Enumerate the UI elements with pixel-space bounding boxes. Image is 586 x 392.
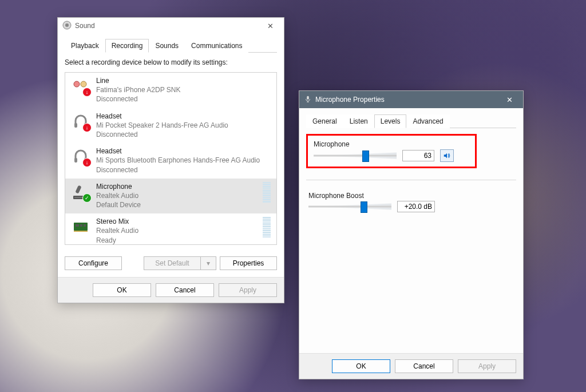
- svg-rect-8: [74, 158, 77, 163]
- device-description: Mi Sports Bluetooth Earphones Hands-Free…: [96, 156, 271, 165]
- device-row[interactable]: ↓LineFatima's iPhone A2DP SNKDisconnecte…: [65, 73, 276, 108]
- close-icon[interactable]: ✕: [498, 92, 521, 108]
- svg-marker-21: [444, 153, 447, 159]
- tab-listen[interactable]: Listen: [343, 114, 374, 128]
- device-text: Stereo MixRealtek AudioReady: [96, 217, 254, 245]
- close-icon[interactable]: ✕: [259, 18, 282, 34]
- microphone-icon: [304, 95, 312, 105]
- svg-rect-15: [80, 224, 82, 227]
- device-name: Microphone: [96, 182, 254, 191]
- microphone-level-slider[interactable]: [314, 150, 397, 161]
- line-icon: ↓: [71, 76, 90, 96]
- sound-dialog-buttons: OK Cancel Apply: [58, 277, 284, 303]
- microphone-properties-dialog: Microphone Properties ✕ General Listen L…: [299, 90, 524, 379]
- svg-rect-14: [76, 224, 79, 227]
- device-description: Realtek Audio: [96, 191, 254, 200]
- down-arrow-badge-icon: ↓: [82, 88, 92, 97]
- tab-playback[interactable]: Playback: [65, 39, 105, 53]
- device-name: Stereo Mix: [96, 217, 254, 226]
- device-name: Headset: [96, 146, 271, 156]
- microphone-boost-label: Microphone Boost: [308, 192, 503, 200]
- sound-tabstrip: Playback Recording Sounds Communications: [65, 38, 277, 53]
- svg-rect-4: [74, 83, 79, 85]
- mic-tabstrip: General Listen Levels Advanced: [306, 114, 516, 128]
- device-row[interactable]: ✓MicrophoneRealtek AudioDefault Device: [65, 179, 276, 214]
- set-default-splitbutton: Set Default ▾: [144, 256, 216, 270]
- svg-rect-6: [74, 123, 77, 128]
- apply-button: Apply: [458, 359, 516, 373]
- level-meter: [263, 182, 271, 203]
- tab-sounds[interactable]: Sounds: [149, 39, 185, 53]
- device-text: MicrophoneRealtek AudioDefault Device: [96, 182, 254, 210]
- tab-advanced[interactable]: Advanced: [406, 114, 449, 128]
- speaker-icon: [62, 21, 72, 31]
- device-status: Disconnected: [96, 94, 271, 104]
- down-arrow-badge-icon: ↓: [82, 158, 92, 167]
- microphone-boost-slider[interactable]: [308, 201, 391, 212]
- svg-rect-16: [84, 224, 86, 227]
- chevron-down-icon: ▾: [207, 259, 210, 267]
- device-description: Realtek Audio: [96, 226, 254, 235]
- device-name: Line: [96, 76, 271, 85]
- down-arrow-badge-icon: ↓: [82, 123, 92, 132]
- sound-title: Sound: [75, 22, 255, 30]
- svg-rect-10: [75, 185, 81, 193]
- level-meter: [263, 217, 271, 237]
- mic-titlebar[interactable]: Microphone Properties ✕: [299, 91, 523, 108]
- tab-general[interactable]: General: [306, 114, 343, 128]
- device-status: Disconnected: [96, 130, 271, 139]
- separator: [306, 180, 516, 180]
- device-status: Default Device: [96, 200, 254, 209]
- cancel-button[interactable]: Cancel: [395, 359, 453, 373]
- ok-button[interactable]: OK: [93, 283, 151, 297]
- device-text: LineFatima's iPhone A2DP SNKDisconnected: [96, 76, 271, 104]
- headset-icon: ↓: [71, 112, 90, 131]
- headset-icon: ↓: [71, 146, 90, 166]
- mic-dialog-buttons: OK Cancel Apply: [299, 353, 523, 379]
- device-row[interactable]: Stereo MixRealtek AudioReady: [65, 213, 276, 245]
- device-status: Disconnected: [96, 165, 271, 175]
- set-default-button: Set Default: [144, 256, 200, 270]
- device-text: HeadsetMi Sports Bluetooth Earphones Han…: [96, 146, 271, 175]
- device-status: Ready: [96, 236, 254, 245]
- svg-rect-18: [307, 96, 309, 99]
- sound-titlebar[interactable]: Sound ✕: [58, 18, 284, 34]
- ok-button[interactable]: OK: [332, 359, 390, 373]
- device-description: Mi Pocket Speaker 2 Hands-Free AG Audio: [96, 121, 271, 130]
- microphone-boost-value[interactable]: [397, 201, 435, 212]
- cancel-button[interactable]: Cancel: [156, 283, 214, 297]
- check-badge-icon: ✓: [82, 193, 92, 203]
- svg-point-1: [65, 23, 69, 27]
- microphone-boost-group: Microphone Boost: [306, 192, 505, 212]
- device-text: HeadsetMi Pocket Speaker 2 Hands-Free AG…: [96, 112, 271, 140]
- device-description: Fatima's iPhone A2DP SNK: [96, 85, 271, 94]
- configure-button[interactable]: Configure: [65, 256, 122, 270]
- mic-icon: ✓: [71, 182, 90, 201]
- sound-dialog: Sound ✕ Playback Recording Sounds Commun…: [57, 17, 284, 303]
- recording-device-list[interactable]: ↓LineFatima's iPhone A2DP SNKDisconnecte…: [65, 72, 277, 245]
- speaker-unmuted-icon[interactable]: [440, 149, 454, 162]
- device-name: Headset: [96, 112, 271, 121]
- tab-recording[interactable]: Recording: [105, 39, 149, 53]
- instruction-text: Select a recording device below to modif…: [65, 58, 277, 66]
- apply-button: Apply: [219, 283, 277, 297]
- microphone-level-label: Microphone: [314, 140, 469, 148]
- set-default-dropdown: ▾: [200, 256, 216, 270]
- device-row[interactable]: ↓HeadsetMi Sports Bluetooth Earphones Ha…: [65, 143, 276, 179]
- mic-title: Microphone Properties: [315, 96, 494, 104]
- device-row[interactable]: ↓HeadsetMi Pocket Speaker 2 Hands-Free A…: [65, 108, 276, 144]
- svg-rect-5: [81, 83, 86, 85]
- properties-button[interactable]: Properties: [220, 256, 277, 270]
- microphone-level-value[interactable]: [402, 150, 434, 161]
- card-icon: [71, 217, 90, 236]
- highlight-box-red: Microphone: [306, 134, 477, 168]
- tab-communications[interactable]: Communications: [185, 39, 248, 53]
- svg-rect-17: [74, 231, 88, 232]
- tab-levels[interactable]: Levels: [374, 114, 407, 128]
